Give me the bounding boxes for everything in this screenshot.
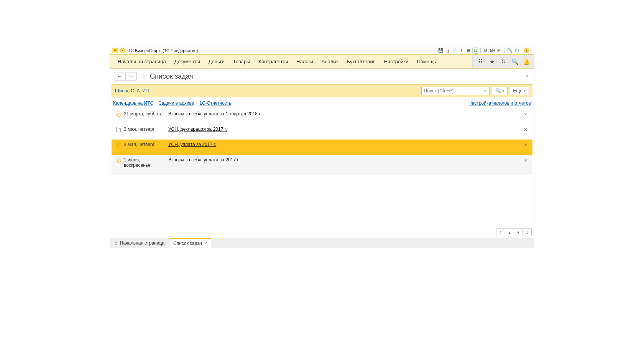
platform-name: (1С:Предприятие) <box>163 48 198 53</box>
scroll-down-button[interactable]: ▼ <box>514 228 523 236</box>
more-button[interactable]: Еще ▾ <box>510 87 529 95</box>
filter-bar-right: × 🔍 ▾ Еще ▾ <box>421 87 529 95</box>
title-bar-left: 1C ▾ 1С:БизнесСтарт (1С:Предприятие) <box>112 48 198 53</box>
search-input[interactable] <box>421 87 482 95</box>
info-icon[interactable]: i <box>524 48 529 53</box>
menu-start-page[interactable]: Начальная страница <box>114 56 170 67</box>
panels-icon[interactable]: ◫ <box>514 48 520 54</box>
menu-taxes[interactable]: Налоги <box>292 56 317 67</box>
memory-mplus-button[interactable]: M+ <box>490 48 496 54</box>
sub-links-left: Календарь на ИТС Задачи в архиве 1С-Отче… <box>113 100 232 106</box>
separator-icon <box>480 48 481 53</box>
bottom-tabs: ⌂ Начальная страница Список задач × <box>110 238 534 248</box>
app-name: 1С:БизнесСтарт <box>128 48 160 53</box>
task-dismiss-button[interactable]: × <box>521 157 530 163</box>
link-1c-reporting[interactable]: 1С-Отчетность <box>199 100 231 106</box>
favorite-star-icon[interactable]: ☆ <box>140 72 147 81</box>
page-header-left: ← → ☆ Список задач <box>114 72 193 81</box>
ruble-icon: ₽ <box>115 111 122 117</box>
search-clear-button[interactable]: × <box>482 87 490 95</box>
ruble-icon: ₽ <box>116 142 121 148</box>
menu-goods[interactable]: Товары <box>229 56 254 67</box>
task-dismiss-button[interactable]: × <box>521 111 530 117</box>
memory-mminus-button[interactable]: M- <box>496 48 503 54</box>
save-icon[interactable]: 💾 <box>438 48 444 54</box>
task-dismiss-button[interactable]: × <box>521 127 530 133</box>
memory-m-button[interactable]: M <box>483 48 489 54</box>
scroll-bottom-button[interactable]: ⤓ <box>522 228 532 236</box>
filter-bar: Шилов С. А. ИП × 🔍 ▾ Еще ▾ <box>112 84 532 97</box>
scroll-up-button[interactable]: ▲ <box>505 228 514 236</box>
document-icon <box>115 127 122 132</box>
tab-home[interactable]: ⌂ Начальная страница <box>110 238 169 248</box>
menu-settings[interactable]: Настройки <box>380 56 412 67</box>
download-icon[interactable]: ⬇ <box>458 48 465 54</box>
menu-accounting[interactable]: Бухгалтерия <box>343 56 380 67</box>
task-link[interactable]: УСН, декларация за 2017 г. <box>168 127 227 132</box>
tab-active-label: Список задач <box>173 241 202 246</box>
task-description: Взносы за себя, уплата за 1 квартал 2018… <box>168 111 521 117</box>
nav-forward-button[interactable]: → <box>125 72 137 80</box>
task-link[interactable]: УСН, уплата за 2017 г. <box>168 142 216 147</box>
link-archive-tasks[interactable]: Задачи в архиве <box>159 100 194 106</box>
magnifier-icon: 🔍 <box>495 88 501 94</box>
list-scroll-buttons: ⤒ ▲ ▼ ⤓ <box>110 227 534 238</box>
chevron-down-icon[interactable]: ▾ <box>530 49 532 52</box>
ruble-icon: ₽ <box>116 158 121 163</box>
zoom-icon[interactable]: 🔍 <box>507 48 513 54</box>
logo-1c-icon: 1C <box>112 48 118 53</box>
compare-icon[interactable]: 📄 <box>452 48 458 54</box>
print-icon[interactable]: 🖨 <box>445 48 451 54</box>
title-bar-tools: 💾 🖨 📄 ⬇ ▦ 31 M M+ M- 🔍 ◫ i ▾ <box>438 48 532 54</box>
menu-analysis[interactable]: Анализ <box>318 56 342 67</box>
menu-money[interactable]: Деньги <box>205 56 228 67</box>
calendar-icon[interactable]: 31 <box>472 48 478 54</box>
document-icon <box>116 127 121 132</box>
nav-buttons: ← → <box>114 72 137 80</box>
menu-documents[interactable]: Документы <box>171 56 204 67</box>
organization-link[interactable]: Шилов С. А. ИП <box>115 88 149 94</box>
ruble-icon: ₽ <box>116 112 121 117</box>
tab-task-list[interactable]: Список задач × <box>169 238 211 248</box>
scroll-top-button[interactable]: ⤒ <box>496 228 505 236</box>
chevron-down-icon: ▾ <box>503 89 504 93</box>
title-bar: 1C ▾ 1С:БизнесСтарт (1С:Предприятие) 💾 🖨… <box>110 46 534 55</box>
tab-close-button[interactable]: × <box>204 241 207 246</box>
menu-counterparties[interactable]: Контрагенты <box>255 56 292 67</box>
task-row[interactable]: 3 мая, четвергУСН, декларация за 2017 г.… <box>112 124 532 140</box>
task-row[interactable]: ₽31 марта, субботаВзносы за себя, уплата… <box>112 109 532 124</box>
history-icon[interactable]: ↻ <box>498 56 509 67</box>
task-link[interactable]: Взносы за себя, уплата за 2017 г. <box>168 157 240 163</box>
task-description: УСН, декларация за 2017 г. <box>168 127 521 132</box>
app-dropdown-button[interactable]: ▾ <box>120 48 125 53</box>
separator-icon <box>504 48 505 53</box>
apps-grid-icon[interactable]: ⠿ <box>475 56 486 67</box>
nav-back-button[interactable]: ← <box>114 72 125 80</box>
task-row[interactable]: ₽1 июля, воскресеньеВзносы за себя, упла… <box>112 155 532 175</box>
task-dismiss-button[interactable]: × <box>521 142 530 148</box>
sub-links: Календарь на ИТС Задачи в архиве 1С-Отче… <box>110 97 534 109</box>
separator-icon <box>522 48 522 53</box>
page-header: ← → ☆ Список задач × <box>110 69 534 84</box>
search-icon[interactable]: 🔍 <box>509 56 520 67</box>
task-row[interactable]: ₽3 мая, четвергУСН, уплата за 2017 г.× <box>112 140 532 155</box>
page-close-button[interactable]: × <box>524 73 530 79</box>
search-button[interactable]: 🔍 ▾ <box>492 87 508 95</box>
more-label: Еще <box>513 88 522 94</box>
favorites-star-icon[interactable]: ★ <box>486 56 497 67</box>
task-link[interactable]: Взносы за себя, уплата за 1 квартал 2018… <box>168 111 261 117</box>
task-date: 31 марта, суббота <box>122 111 168 117</box>
notifications-bell-icon[interactable]: 🔔 <box>521 56 532 67</box>
table-icon[interactable]: ▦ <box>465 48 472 54</box>
link-calendar-its[interactable]: Календарь на ИТС <box>113 100 153 106</box>
app-title: 1С:БизнесСтарт (1С:Предприятие) <box>128 48 198 53</box>
ruble-icon: ₽ <box>115 142 122 148</box>
task-description: Взносы за себя, уплата за 2017 г. <box>168 157 521 163</box>
app-window: 1C ▾ 1С:БизнесСтарт (1С:Предприятие) 💾 🖨… <box>110 46 534 248</box>
main-menu-tools: ⠿ ★ ↻ 🔍 🔔 <box>472 55 534 68</box>
menu-help[interactable]: Помощь <box>413 56 440 67</box>
chevron-down-icon: ▾ <box>524 89 526 93</box>
main-menu: Начальная страница Документы Деньги Това… <box>110 55 534 69</box>
search-wrap: × <box>421 87 490 95</box>
link-tax-settings[interactable]: Настройка налогов и отчетов <box>468 100 531 106</box>
